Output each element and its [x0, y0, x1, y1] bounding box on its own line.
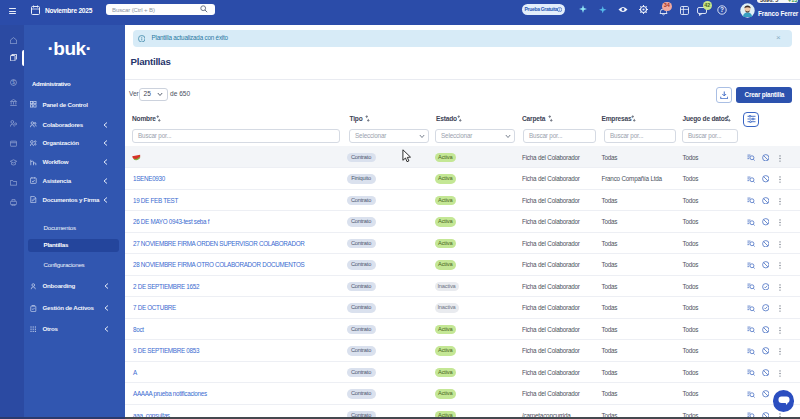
svg-text:?: ? — [720, 6, 724, 13]
svg-text:$: $ — [12, 80, 15, 85]
